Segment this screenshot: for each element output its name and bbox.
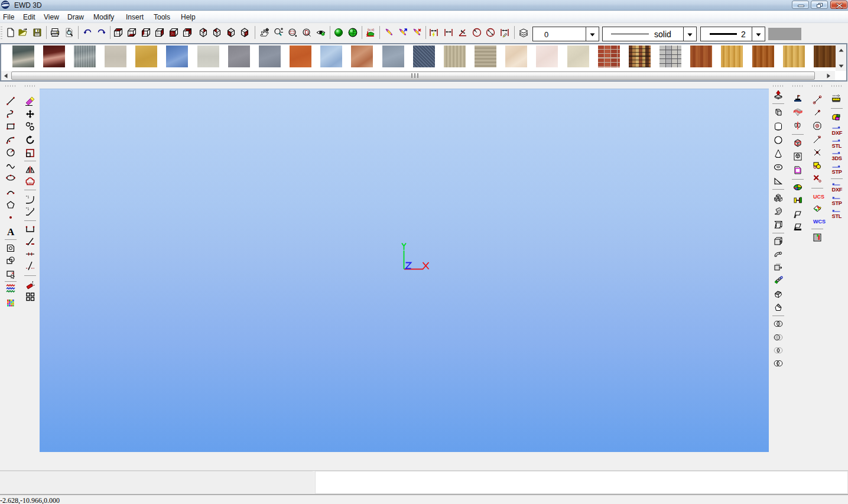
svg-text:DXF: DXF [832,130,843,136]
svg-text:3DS: 3DS [832,155,842,161]
svg-text:STL: STL [832,143,842,149]
svg-text:A: A [7,226,15,238]
svg-text:STL: STL [832,213,842,219]
svg-text:DXF: DXF [832,186,843,192]
svg-text:UCS: UCS [813,194,824,200]
svg-text:STP: STP [832,200,842,206]
svg-text:(u,v): (u,v) [368,28,374,31]
svg-text:STP: STP [832,168,842,174]
svg-text:WCS: WCS [813,219,826,225]
